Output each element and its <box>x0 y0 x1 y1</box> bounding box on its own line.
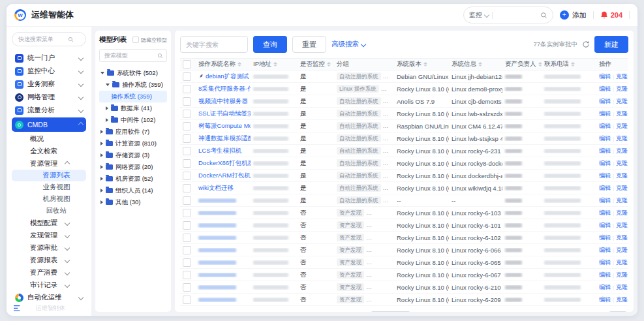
model-search-input[interactable] <box>103 52 146 59</box>
op-clone-link[interactable]: 克隆 <box>616 271 628 279</box>
sidebar-item-asset-consumption[interactable]: 资产消费 <box>12 266 86 279</box>
model-search[interactable] <box>99 49 167 62</box>
row-checkbox[interactable] <box>183 110 191 118</box>
redacted-name-link[interactable] <box>198 198 236 203</box>
op-clone-link[interactable]: 克隆 <box>616 159 628 168</box>
op-edit-link[interactable]: 编辑 <box>599 196 611 205</box>
op-clone-link[interactable]: 克隆 <box>616 72 628 81</box>
sidebar-item-discovery-mgmt[interactable]: 发现管理 <box>12 229 86 241</box>
op-clone-link[interactable]: 克隆 <box>616 97 628 106</box>
redacted-name-link[interactable] <box>198 223 236 228</box>
op-clone-link[interactable]: 克隆 <box>616 134 628 143</box>
op-edit-link[interactable]: 编辑 <box>599 134 611 143</box>
redacted-name-link[interactable] <box>198 248 236 252</box>
op-clone-link[interactable]: 克隆 <box>616 147 628 155</box>
op-clone-link[interactable]: 克隆 <box>616 172 628 180</box>
tree-node-middleware[interactable]: 中间件 (102) <box>99 114 167 126</box>
redacted-name-link[interactable] <box>198 236 236 240</box>
sidebar-item-network-mgmt[interactable]: 网络管理 <box>12 91 86 104</box>
tree-node-os[interactable]: 操作系统 (359) <box>99 91 167 102</box>
reset-button[interactable]: 重置 <box>292 36 326 53</box>
row-checkbox[interactable] <box>183 209 191 217</box>
op-clone-link[interactable]: 克隆 <box>616 283 628 292</box>
tree-node-room-res[interactable]: 机房资源 (52) <box>99 173 167 185</box>
op-clone-link[interactable]: 克隆 <box>616 234 628 242</box>
sidebar-item-model-config[interactable]: 模型配置 <box>12 217 86 229</box>
resource-name-link[interactable]: DockerX86打包机器-192 <box>198 159 251 168</box>
add-button[interactable]: + 添加 <box>560 10 587 20</box>
resource-name-link[interactable]: debian扩容测试 <box>206 72 249 81</box>
op-edit-link[interactable]: 编辑 <box>599 234 611 242</box>
sidebar-item-resource-approval[interactable]: 资源审批 <box>12 241 86 254</box>
op-edit-link[interactable]: 编辑 <box>599 258 611 267</box>
sort-icon[interactable] <box>423 62 427 67</box>
page-size-select[interactable]: 50条/页 <box>371 311 410 312</box>
op-edit-link[interactable]: 编辑 <box>599 85 611 93</box>
sort-icon[interactable] <box>478 62 482 67</box>
search-category-select[interactable]: 监控 <box>469 10 489 20</box>
sidebar-item-overview[interactable]: 概况 <box>12 132 86 145</box>
tree-node-other[interactable]: 其他 (30) <box>99 196 167 208</box>
tree-node-system-software[interactable]: 系统软件 (502) <box>99 67 167 79</box>
refresh-icon[interactable] <box>582 40 590 48</box>
select-all-checkbox[interactable] <box>183 60 191 69</box>
resource-name-link[interactable]: SSL证书自动续签演示 <box>198 110 251 118</box>
op-edit-link[interactable]: 编辑 <box>599 209 611 217</box>
tree-node-network-res[interactable]: 网络资源 (20) <box>99 161 167 173</box>
query-button[interactable]: 查询 <box>253 36 287 53</box>
op-edit-link[interactable]: 编辑 <box>599 184 611 192</box>
op-edit-link[interactable]: 编辑 <box>599 159 611 168</box>
sidebar-item-monitor-center[interactable]: 监控中心 <box>12 65 86 78</box>
row-checkbox[interactable] <box>183 196 191 205</box>
tree-node-storage[interactable]: 存储资源 (3) <box>99 149 167 161</box>
advanced-search-link[interactable]: 高级搜索 <box>331 40 365 49</box>
approving-status[interactable]: 77条实例审批中 <box>533 40 577 49</box>
global-search[interactable]: 监控 <box>463 7 553 23</box>
op-clone-link[interactable]: 克隆 <box>616 85 628 93</box>
sidebar-item-fulltext-search[interactable]: 全文检索 <box>12 145 86 157</box>
resource-name-link[interactable]: DockerARM打包机器-19 <box>198 172 251 180</box>
redacted-name-link[interactable] <box>198 260 236 265</box>
keyword-search-input[interactable] <box>180 36 248 53</box>
sidebar-item-room-view[interactable]: 机房视图 <box>12 193 86 205</box>
sidebar-item-automation[interactable]: 自动化运维 <box>12 291 86 304</box>
op-clone-link[interactable]: 克隆 <box>616 122 628 130</box>
alarm-indicator[interactable]: 204 <box>600 11 622 19</box>
row-checkbox[interactable] <box>183 72 191 81</box>
op-clone-link[interactable]: 克隆 <box>616 296 628 304</box>
op-edit-link[interactable]: 编辑 <box>599 296 611 304</box>
hide-empty-models-toggle[interactable]: 隐藏空模型 <box>132 37 167 44</box>
resource-name-link[interactable]: 视频流中转服务器 <box>198 97 248 106</box>
row-checkbox[interactable] <box>183 271 191 279</box>
sort-icon[interactable] <box>571 62 575 67</box>
op-clone-link[interactable]: 克隆 <box>616 221 628 230</box>
row-checkbox[interactable] <box>183 221 191 230</box>
op-edit-link[interactable]: 编辑 <box>599 246 611 254</box>
op-edit-link[interactable]: 编辑 <box>599 72 611 81</box>
row-checkbox[interactable] <box>183 134 191 143</box>
op-edit-link[interactable]: 编辑 <box>599 122 611 130</box>
row-checkbox[interactable] <box>183 258 191 267</box>
row-checkbox[interactable] <box>183 122 191 130</box>
op-edit-link[interactable]: 编辑 <box>599 283 611 292</box>
row-checkbox[interactable] <box>183 296 191 304</box>
redacted-name-link[interactable] <box>198 298 236 302</box>
tree-node-compute[interactable]: 计算资源 (810) <box>99 138 167 149</box>
row-checkbox[interactable] <box>183 147 191 155</box>
op-edit-link[interactable]: 编辑 <box>599 172 611 180</box>
sidebar-item-recycle-bin[interactable]: 回收站 <box>12 205 86 217</box>
resource-name-link[interactable]: 神通数据库模拟适配 <box>198 134 251 143</box>
row-checkbox[interactable] <box>183 234 191 242</box>
op-clone-link[interactable]: 克隆 <box>616 209 628 217</box>
sort-icon[interactable] <box>273 62 277 67</box>
row-checkbox[interactable] <box>183 97 191 106</box>
tree-node-app-software[interactable]: 应用软件 (7) <box>99 126 167 138</box>
sort-icon[interactable] <box>327 62 331 67</box>
tree-node-os-group[interactable]: 操作系统 (359) <box>99 79 167 91</box>
create-button[interactable]: 新建 <box>594 36 628 53</box>
sidebar-item-resource-list[interactable]: 资源列表 <box>12 170 86 181</box>
op-clone-link[interactable]: 克隆 <box>616 246 628 254</box>
op-edit-link[interactable]: 编辑 <box>599 147 611 155</box>
op-edit-link[interactable]: 编辑 <box>599 271 611 279</box>
sidebar-search[interactable] <box>12 32 86 46</box>
